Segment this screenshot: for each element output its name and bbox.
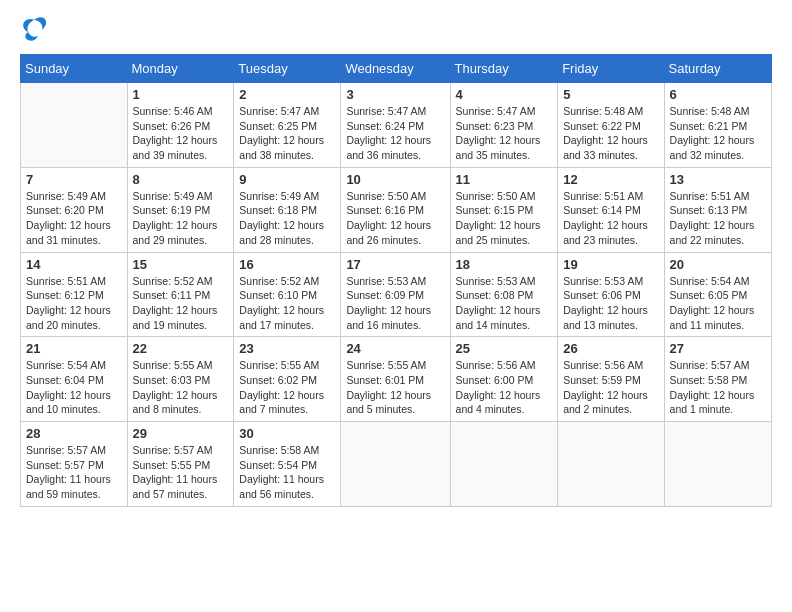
- day-number: 1: [133, 87, 229, 102]
- day-info: Sunrise: 5:57 AMSunset: 5:57 PMDaylight:…: [26, 443, 122, 502]
- day-info: Sunrise: 5:48 AMSunset: 6:22 PMDaylight:…: [563, 104, 658, 163]
- day-number: 25: [456, 341, 553, 356]
- calendar-cell: 26Sunrise: 5:56 AMSunset: 5:59 PMDayligh…: [558, 337, 664, 422]
- calendar-week-row: 28Sunrise: 5:57 AMSunset: 5:57 PMDayligh…: [21, 422, 772, 507]
- calendar-cell: 24Sunrise: 5:55 AMSunset: 6:01 PMDayligh…: [341, 337, 450, 422]
- day-number: 8: [133, 172, 229, 187]
- day-number: 14: [26, 257, 122, 272]
- calendar-cell: 30Sunrise: 5:58 AMSunset: 5:54 PMDayligh…: [234, 422, 341, 507]
- day-number: 4: [456, 87, 553, 102]
- calendar-cell: 3Sunrise: 5:47 AMSunset: 6:24 PMDaylight…: [341, 83, 450, 168]
- day-info: Sunrise: 5:56 AMSunset: 6:00 PMDaylight:…: [456, 358, 553, 417]
- calendar-cell: 1Sunrise: 5:46 AMSunset: 6:26 PMDaylight…: [127, 83, 234, 168]
- calendar-cell: 4Sunrise: 5:47 AMSunset: 6:23 PMDaylight…: [450, 83, 558, 168]
- calendar-cell: 22Sunrise: 5:55 AMSunset: 6:03 PMDayligh…: [127, 337, 234, 422]
- day-number: 10: [346, 172, 444, 187]
- calendar-cell: 5Sunrise: 5:48 AMSunset: 6:22 PMDaylight…: [558, 83, 664, 168]
- weekday-header: Friday: [558, 55, 664, 83]
- calendar-cell: 15Sunrise: 5:52 AMSunset: 6:11 PMDayligh…: [127, 252, 234, 337]
- day-number: 17: [346, 257, 444, 272]
- weekday-header: Sunday: [21, 55, 128, 83]
- day-info: Sunrise: 5:53 AMSunset: 6:09 PMDaylight:…: [346, 274, 444, 333]
- day-info: Sunrise: 5:57 AMSunset: 5:58 PMDaylight:…: [670, 358, 766, 417]
- day-info: Sunrise: 5:49 AMSunset: 6:19 PMDaylight:…: [133, 189, 229, 248]
- day-info: Sunrise: 5:49 AMSunset: 6:20 PMDaylight:…: [26, 189, 122, 248]
- day-number: 23: [239, 341, 335, 356]
- calendar-table: SundayMondayTuesdayWednesdayThursdayFrid…: [20, 54, 772, 507]
- day-number: 5: [563, 87, 658, 102]
- day-info: Sunrise: 5:52 AMSunset: 6:10 PMDaylight:…: [239, 274, 335, 333]
- day-number: 18: [456, 257, 553, 272]
- calendar-cell: 12Sunrise: 5:51 AMSunset: 6:14 PMDayligh…: [558, 167, 664, 252]
- calendar-cell: 13Sunrise: 5:51 AMSunset: 6:13 PMDayligh…: [664, 167, 771, 252]
- day-info: Sunrise: 5:55 AMSunset: 6:03 PMDaylight:…: [133, 358, 229, 417]
- weekday-header: Monday: [127, 55, 234, 83]
- day-info: Sunrise: 5:58 AMSunset: 5:54 PMDaylight:…: [239, 443, 335, 502]
- day-number: 3: [346, 87, 444, 102]
- day-info: Sunrise: 5:51 AMSunset: 6:13 PMDaylight:…: [670, 189, 766, 248]
- day-number: 9: [239, 172, 335, 187]
- day-number: 30: [239, 426, 335, 441]
- day-number: 27: [670, 341, 766, 356]
- calendar-cell: [21, 83, 128, 168]
- day-number: 2: [239, 87, 335, 102]
- calendar-week-row: 1Sunrise: 5:46 AMSunset: 6:26 PMDaylight…: [21, 83, 772, 168]
- day-info: Sunrise: 5:51 AMSunset: 6:14 PMDaylight:…: [563, 189, 658, 248]
- calendar-cell: 10Sunrise: 5:50 AMSunset: 6:16 PMDayligh…: [341, 167, 450, 252]
- calendar-cell: 27Sunrise: 5:57 AMSunset: 5:58 PMDayligh…: [664, 337, 771, 422]
- day-number: 22: [133, 341, 229, 356]
- day-info: Sunrise: 5:49 AMSunset: 6:18 PMDaylight:…: [239, 189, 335, 248]
- day-info: Sunrise: 5:51 AMSunset: 6:12 PMDaylight:…: [26, 274, 122, 333]
- day-info: Sunrise: 5:47 AMSunset: 6:24 PMDaylight:…: [346, 104, 444, 163]
- calendar-cell: 18Sunrise: 5:53 AMSunset: 6:08 PMDayligh…: [450, 252, 558, 337]
- day-number: 7: [26, 172, 122, 187]
- calendar-cell: 11Sunrise: 5:50 AMSunset: 6:15 PMDayligh…: [450, 167, 558, 252]
- day-info: Sunrise: 5:48 AMSunset: 6:21 PMDaylight:…: [670, 104, 766, 163]
- day-number: 11: [456, 172, 553, 187]
- day-info: Sunrise: 5:46 AMSunset: 6:26 PMDaylight:…: [133, 104, 229, 163]
- day-number: 24: [346, 341, 444, 356]
- day-info: Sunrise: 5:53 AMSunset: 6:06 PMDaylight:…: [563, 274, 658, 333]
- calendar-cell: [450, 422, 558, 507]
- day-number: 21: [26, 341, 122, 356]
- day-info: Sunrise: 5:55 AMSunset: 6:02 PMDaylight:…: [239, 358, 335, 417]
- day-info: Sunrise: 5:50 AMSunset: 6:16 PMDaylight:…: [346, 189, 444, 248]
- logo-icon: [20, 16, 48, 44]
- day-info: Sunrise: 5:57 AMSunset: 5:55 PMDaylight:…: [133, 443, 229, 502]
- day-number: 20: [670, 257, 766, 272]
- day-info: Sunrise: 5:54 AMSunset: 6:04 PMDaylight:…: [26, 358, 122, 417]
- day-number: 15: [133, 257, 229, 272]
- calendar-cell: [558, 422, 664, 507]
- day-number: 16: [239, 257, 335, 272]
- calendar-cell: 16Sunrise: 5:52 AMSunset: 6:10 PMDayligh…: [234, 252, 341, 337]
- day-number: 12: [563, 172, 658, 187]
- weekday-header: Tuesday: [234, 55, 341, 83]
- calendar-cell: 9Sunrise: 5:49 AMSunset: 6:18 PMDaylight…: [234, 167, 341, 252]
- calendar-cell: 8Sunrise: 5:49 AMSunset: 6:19 PMDaylight…: [127, 167, 234, 252]
- calendar-cell: 2Sunrise: 5:47 AMSunset: 6:25 PMDaylight…: [234, 83, 341, 168]
- day-info: Sunrise: 5:47 AMSunset: 6:23 PMDaylight:…: [456, 104, 553, 163]
- day-info: Sunrise: 5:50 AMSunset: 6:15 PMDaylight:…: [456, 189, 553, 248]
- calendar-cell: 19Sunrise: 5:53 AMSunset: 6:06 PMDayligh…: [558, 252, 664, 337]
- day-number: 13: [670, 172, 766, 187]
- calendar-cell: 28Sunrise: 5:57 AMSunset: 5:57 PMDayligh…: [21, 422, 128, 507]
- day-info: Sunrise: 5:52 AMSunset: 6:11 PMDaylight:…: [133, 274, 229, 333]
- weekday-header: Wednesday: [341, 55, 450, 83]
- calendar-cell: 29Sunrise: 5:57 AMSunset: 5:55 PMDayligh…: [127, 422, 234, 507]
- page-header: [20, 16, 772, 44]
- weekday-header-row: SundayMondayTuesdayWednesdayThursdayFrid…: [21, 55, 772, 83]
- day-info: Sunrise: 5:54 AMSunset: 6:05 PMDaylight:…: [670, 274, 766, 333]
- calendar-cell: [341, 422, 450, 507]
- day-number: 26: [563, 341, 658, 356]
- calendar-cell: 20Sunrise: 5:54 AMSunset: 6:05 PMDayligh…: [664, 252, 771, 337]
- calendar-week-row: 14Sunrise: 5:51 AMSunset: 6:12 PMDayligh…: [21, 252, 772, 337]
- calendar-week-row: 21Sunrise: 5:54 AMSunset: 6:04 PMDayligh…: [21, 337, 772, 422]
- calendar-cell: 6Sunrise: 5:48 AMSunset: 6:21 PMDaylight…: [664, 83, 771, 168]
- day-number: 19: [563, 257, 658, 272]
- day-info: Sunrise: 5:47 AMSunset: 6:25 PMDaylight:…: [239, 104, 335, 163]
- day-number: 6: [670, 87, 766, 102]
- calendar-week-row: 7Sunrise: 5:49 AMSunset: 6:20 PMDaylight…: [21, 167, 772, 252]
- calendar-cell: 17Sunrise: 5:53 AMSunset: 6:09 PMDayligh…: [341, 252, 450, 337]
- calendar-cell: 23Sunrise: 5:55 AMSunset: 6:02 PMDayligh…: [234, 337, 341, 422]
- day-info: Sunrise: 5:56 AMSunset: 5:59 PMDaylight:…: [563, 358, 658, 417]
